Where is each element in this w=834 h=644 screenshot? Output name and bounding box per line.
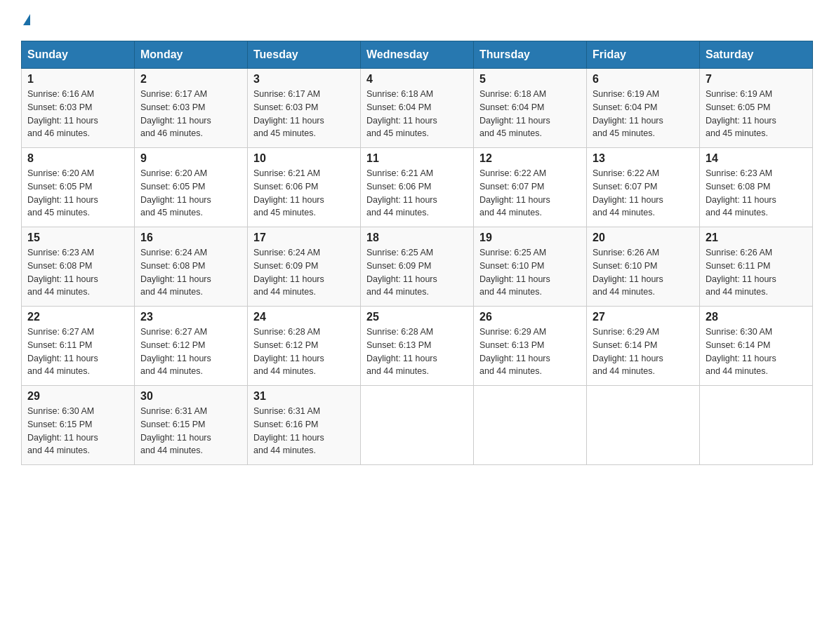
calendar-week-row: 1 Sunrise: 6:16 AMSunset: 6:03 PMDayligh… [22,69,813,148]
day-number: 4 [366,73,468,86]
calendar-cell: 20 Sunrise: 6:26 AMSunset: 6:10 PMDaylig… [587,227,700,307]
day-number: 31 [253,390,355,403]
day-info: Sunrise: 6:27 AMSunset: 6:12 PMDaylight:… [140,326,241,378]
calendar-cell: 11 Sunrise: 6:21 AMSunset: 6:06 PMDaylig… [361,148,474,227]
day-info: Sunrise: 6:30 AMSunset: 6:15 PMDaylight:… [27,405,128,457]
header-wednesday: Wednesday [361,41,474,69]
calendar-cell [587,386,700,465]
calendar-week-row: 29 Sunrise: 6:30 AMSunset: 6:15 PMDaylig… [22,386,813,465]
calendar-cell: 24 Sunrise: 6:28 AMSunset: 6:12 PMDaylig… [248,307,361,386]
day-number: 30 [140,390,241,403]
day-info: Sunrise: 6:22 AMSunset: 6:07 PMDaylight:… [479,167,581,220]
day-number: 28 [706,311,807,323]
calendar-cell: 28 Sunrise: 6:30 AMSunset: 6:14 PMDaylig… [700,307,813,386]
header-tuesday: Tuesday [248,41,361,69]
day-number: 26 [479,311,581,323]
day-info: Sunrise: 6:31 AMSunset: 6:15 PMDaylight:… [140,405,241,457]
day-info: Sunrise: 6:31 AMSunset: 6:16 PMDaylight:… [253,405,355,457]
calendar-week-row: 8 Sunrise: 6:20 AMSunset: 6:05 PMDayligh… [22,148,813,227]
calendar-cell: 6 Sunrise: 6:19 AMSunset: 6:04 PMDayligh… [587,69,700,148]
day-number: 20 [593,232,694,244]
day-number: 11 [366,152,468,165]
page-header [21,14,813,27]
day-number: 7 [706,73,807,86]
day-info: Sunrise: 6:23 AMSunset: 6:08 PMDaylight:… [706,167,807,220]
day-number: 15 [27,232,128,244]
day-info: Sunrise: 6:21 AMSunset: 6:06 PMDaylight:… [253,167,355,220]
day-number: 17 [253,232,355,244]
day-number: 29 [27,390,128,403]
day-info: Sunrise: 6:17 AMSunset: 6:03 PMDaylight:… [140,88,241,140]
calendar-cell: 16 Sunrise: 6:24 AMSunset: 6:08 PMDaylig… [135,227,248,307]
calendar-cell: 26 Sunrise: 6:29 AMSunset: 6:13 PMDaylig… [474,307,587,386]
day-number: 14 [706,152,807,165]
day-info: Sunrise: 6:17 AMSunset: 6:03 PMDaylight:… [253,88,355,140]
day-number: 21 [706,232,807,244]
day-info: Sunrise: 6:26 AMSunset: 6:10 PMDaylight:… [593,246,694,299]
header-monday: Monday [135,41,248,69]
day-info: Sunrise: 6:21 AMSunset: 6:06 PMDaylight:… [366,167,468,220]
calendar-cell [700,386,813,465]
day-info: Sunrise: 6:18 AMSunset: 6:04 PMDaylight:… [479,88,581,140]
calendar-cell: 9 Sunrise: 6:20 AMSunset: 6:05 PMDayligh… [135,148,248,227]
day-info: Sunrise: 6:24 AMSunset: 6:09 PMDaylight:… [253,246,355,299]
day-number: 3 [253,73,355,86]
day-info: Sunrise: 6:23 AMSunset: 6:08 PMDaylight:… [27,246,128,299]
calendar-cell: 10 Sunrise: 6:21 AMSunset: 6:06 PMDaylig… [248,148,361,227]
header-thursday: Thursday [474,41,587,69]
day-info: Sunrise: 6:28 AMSunset: 6:13 PMDaylight:… [366,326,468,378]
calendar-cell: 22 Sunrise: 6:27 AMSunset: 6:11 PMDaylig… [22,307,135,386]
day-info: Sunrise: 6:28 AMSunset: 6:12 PMDaylight:… [253,326,355,378]
calendar-cell: 17 Sunrise: 6:24 AMSunset: 6:09 PMDaylig… [248,227,361,307]
day-number: 5 [479,73,581,86]
calendar-cell: 29 Sunrise: 6:30 AMSunset: 6:15 PMDaylig… [22,386,135,465]
calendar-week-row: 22 Sunrise: 6:27 AMSunset: 6:11 PMDaylig… [22,307,813,386]
calendar-cell: 23 Sunrise: 6:27 AMSunset: 6:12 PMDaylig… [135,307,248,386]
calendar-cell: 5 Sunrise: 6:18 AMSunset: 6:04 PMDayligh… [474,69,587,148]
day-number: 19 [479,232,581,244]
day-info: Sunrise: 6:24 AMSunset: 6:08 PMDaylight:… [140,246,241,299]
day-info: Sunrise: 6:20 AMSunset: 6:05 PMDaylight:… [27,167,128,220]
day-number: 8 [27,152,128,165]
calendar-cell: 1 Sunrise: 6:16 AMSunset: 6:03 PMDayligh… [22,69,135,148]
calendar-cell: 27 Sunrise: 6:29 AMSunset: 6:14 PMDaylig… [587,307,700,386]
day-info: Sunrise: 6:20 AMSunset: 6:05 PMDaylight:… [140,167,241,220]
day-number: 2 [140,73,241,86]
calendar-cell: 3 Sunrise: 6:17 AMSunset: 6:03 PMDayligh… [248,69,361,148]
day-info: Sunrise: 6:22 AMSunset: 6:07 PMDaylight:… [593,167,694,220]
day-info: Sunrise: 6:30 AMSunset: 6:14 PMDaylight:… [706,326,807,378]
calendar-cell: 14 Sunrise: 6:23 AMSunset: 6:08 PMDaylig… [700,148,813,227]
day-info: Sunrise: 6:16 AMSunset: 6:03 PMDaylight:… [27,88,128,140]
calendar-cell: 19 Sunrise: 6:25 AMSunset: 6:10 PMDaylig… [474,227,587,307]
header-saturday: Saturday [700,41,813,69]
day-info: Sunrise: 6:25 AMSunset: 6:09 PMDaylight:… [366,246,468,299]
day-number: 9 [140,152,241,165]
day-number: 6 [593,73,694,86]
day-number: 1 [27,73,128,86]
calendar-cell [474,386,587,465]
calendar-cell: 4 Sunrise: 6:18 AMSunset: 6:04 PMDayligh… [361,69,474,148]
day-number: 12 [479,152,581,165]
calendar-cell: 8 Sunrise: 6:20 AMSunset: 6:05 PMDayligh… [22,148,135,227]
calendar-cell [361,386,474,465]
day-info: Sunrise: 6:18 AMSunset: 6:04 PMDaylight:… [366,88,468,140]
calendar-cell: 30 Sunrise: 6:31 AMSunset: 6:15 PMDaylig… [135,386,248,465]
header-sunday: Sunday [22,41,135,69]
calendar-cell: 18 Sunrise: 6:25 AMSunset: 6:09 PMDaylig… [361,227,474,307]
day-number: 25 [366,311,468,323]
day-info: Sunrise: 6:19 AMSunset: 6:04 PMDaylight:… [593,88,694,140]
day-info: Sunrise: 6:29 AMSunset: 6:13 PMDaylight:… [479,326,581,378]
calendar-table: SundayMondayTuesdayWednesdayThursdayFrid… [21,41,813,465]
calendar-cell: 2 Sunrise: 6:17 AMSunset: 6:03 PMDayligh… [135,69,248,148]
calendar-cell: 12 Sunrise: 6:22 AMSunset: 6:07 PMDaylig… [474,148,587,227]
day-number: 24 [253,311,355,323]
day-info: Sunrise: 6:29 AMSunset: 6:14 PMDaylight:… [593,326,694,378]
day-info: Sunrise: 6:27 AMSunset: 6:11 PMDaylight:… [27,326,128,378]
logo [21,14,30,27]
day-number: 13 [593,152,694,165]
calendar-week-row: 15 Sunrise: 6:23 AMSunset: 6:08 PMDaylig… [22,227,813,307]
calendar-cell: 31 Sunrise: 6:31 AMSunset: 6:16 PMDaylig… [248,386,361,465]
calendar-cell: 7 Sunrise: 6:19 AMSunset: 6:05 PMDayligh… [700,69,813,148]
day-number: 22 [27,311,128,323]
calendar-header-row: SundayMondayTuesdayWednesdayThursdayFrid… [22,41,813,69]
